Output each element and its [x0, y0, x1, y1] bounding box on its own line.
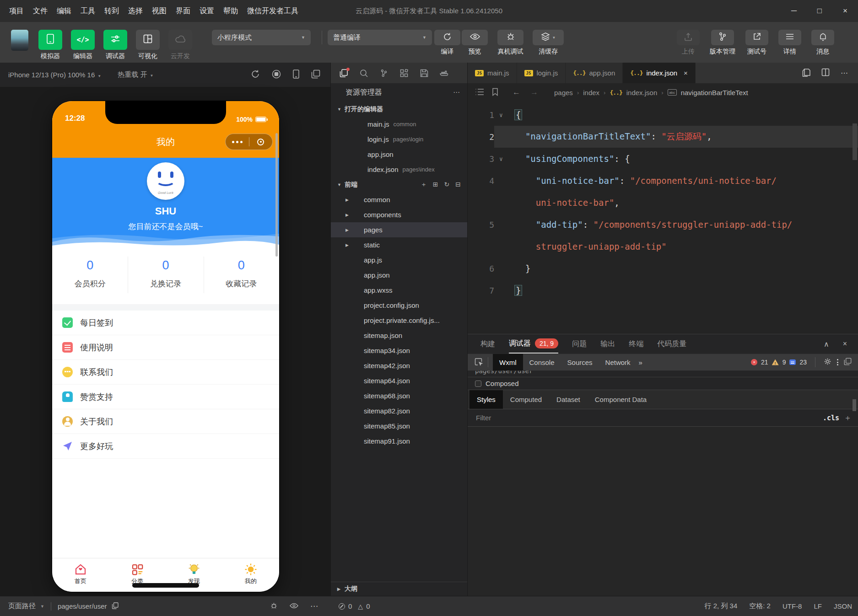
files-icon[interactable] — [339, 69, 348, 78]
table-row[interactable]: ▶ components — [331, 207, 467, 222]
menu-item[interactable]: 界面 — [171, 0, 195, 22]
menu-item[interactable]: 微信开发者工具 — [243, 0, 303, 22]
tab-debugger[interactable]: 调试器 21, 9 — [509, 334, 558, 354]
devtools-tab-wxml[interactable]: Wxml — [493, 354, 523, 370]
element-tree-clipped[interactable]: pages/user/user — [468, 371, 858, 377]
multi-window-icon[interactable] — [311, 70, 320, 80]
breadcrumb-segment[interactable]: index.json — [626, 89, 658, 96]
list-item[interactable]: 更多好玩 — [52, 434, 279, 459]
list-item[interactable]: 使用说明 — [52, 335, 279, 360]
stop-icon[interactable] — [272, 70, 281, 80]
outline-list-icon[interactable] — [475, 88, 484, 97]
tabbar-item[interactable]: 我的 — [222, 558, 279, 592]
table-row[interactable]: ▶ project.private.config.js... — [331, 313, 467, 328]
source-control-icon[interactable] — [379, 69, 389, 78]
list-item[interactable]: 联系我们 — [52, 360, 279, 385]
kebab-menu-icon[interactable] — [837, 359, 838, 365]
page-path-value[interactable]: pages/user/user — [58, 602, 107, 610]
details-button[interactable]: 详情 — [778, 30, 801, 56]
page-path-label[interactable]: 页面路径 — [8, 602, 36, 611]
list-item[interactable]: 赞赏支持 — [52, 385, 279, 409]
more-dots-icon[interactable] — [226, 141, 249, 143]
phone-scrollbar[interactable] — [275, 133, 278, 257]
table-row[interactable]: ▶ app.js — [331, 252, 467, 268]
back-icon[interactable]: ← — [513, 88, 520, 97]
simulator-toggle[interactable]: 模拟器 — [38, 30, 62, 60]
copy-icon[interactable] — [112, 602, 119, 611]
tab-component-data[interactable]: Component Data — [588, 390, 654, 409]
table-row[interactable]: ▶ sitemap34.json — [331, 343, 467, 358]
docker-whale-icon[interactable] — [440, 69, 449, 78]
table-row[interactable]: ▶ pages — [331, 222, 467, 237]
tab-login-js[interactable]: JS login.js — [517, 63, 566, 83]
reload-icon[interactable] — [251, 70, 260, 80]
more-tabs-icon[interactable]: » — [639, 359, 642, 366]
open-file-row[interactable]: main.js common — [331, 117, 467, 132]
code-line[interactable]: 6 } — [468, 257, 858, 279]
editor-toggle[interactable]: </> 编辑器 — [71, 30, 95, 60]
compile-mode-dropdown[interactable]: 普通编译▼ — [328, 30, 432, 45]
debugger-toggle[interactable]: 调试器 — [103, 30, 127, 60]
list-item[interactable]: 关于我们 — [52, 409, 279, 434]
open-editors-section[interactable]: ▼ 打开的编辑器 — [331, 102, 467, 117]
tab-terminal[interactable]: 终端 — [629, 334, 643, 354]
avatar[interactable]: Good Luck — [147, 162, 184, 200]
devtools-tab-console[interactable]: Console — [523, 354, 561, 370]
collapse-all-icon[interactable]: ⊟ — [455, 181, 461, 189]
save-icon[interactable] — [420, 69, 429, 78]
clear-cache-button[interactable]: ▼ 清缓存 — [533, 30, 564, 56]
device-selector[interactable]: iPhone 12/13 (Pro) 100% 16▼ — [8, 71, 101, 79]
problems-summary[interactable]: 0 △ 0 — [339, 596, 370, 616]
table-row[interactable]: ▶ common — [331, 192, 467, 207]
menu-item[interactable]: 工具 — [76, 0, 100, 22]
table-row[interactable]: ▶ project.config.json — [331, 298, 467, 313]
forward-icon[interactable]: → — [530, 88, 538, 97]
collapse-panel-icon[interactable]: ∧ — [824, 340, 829, 348]
outline-section[interactable]: ▶ 大纲 — [331, 582, 467, 596]
bookmark-icon[interactable] — [492, 88, 498, 97]
open-file-row[interactable]: login.js pages\login — [331, 132, 467, 147]
visualize-toggle[interactable]: 可视化 — [136, 30, 160, 60]
table-row[interactable]: ▶ sitemap91.json — [331, 434, 467, 449]
breadcrumb-segment[interactable]: pages — [554, 89, 573, 96]
tab-build[interactable]: 构建 — [480, 334, 495, 354]
menu-item[interactable]: 转到 — [100, 0, 124, 22]
upload-button[interactable]: 上传 — [677, 30, 700, 56]
more-actions-icon[interactable]: ⋯ — [310, 601, 318, 611]
stat-exchange[interactable]: 0 兑换记录 — [128, 249, 203, 304]
tab-problems[interactable]: 问题 — [572, 334, 587, 354]
editor-scrollbar[interactable] — [853, 123, 857, 160]
filter-input[interactable]: Filter — [476, 414, 491, 422]
close-target-icon[interactable] — [249, 139, 273, 145]
version-control-button[interactable]: 版本管理 — [710, 30, 735, 56]
devtools-tab-network[interactable]: Network — [599, 354, 637, 370]
search-icon[interactable] — [359, 69, 368, 78]
table-row[interactable]: ▶ sitemap82.json — [331, 403, 467, 418]
table-row[interactable]: ▶ sitemap42.json — [331, 358, 467, 373]
table-row[interactable]: ▶ sitemap64.json — [331, 373, 467, 388]
table-row[interactable]: ▶ app.wxss — [331, 283, 467, 298]
encoding[interactable]: UTF-8 — [782, 602, 802, 610]
hot-reload-toggle[interactable]: 热重载 开▼ — [118, 70, 153, 79]
device-debug-button[interactable]: 真机调试 — [497, 30, 523, 56]
device-frame-icon[interactable] — [293, 70, 299, 80]
refresh-icon[interactable]: ↻ — [444, 181, 450, 189]
menu-item[interactable]: 视图 — [147, 0, 171, 22]
menu-item[interactable]: 设置 — [195, 0, 219, 22]
breadcrumb-segment[interactable]: navigationBarTitleText — [681, 89, 748, 96]
close-panel-icon[interactable]: × — [843, 340, 847, 348]
menu-item[interactable]: 文件 — [28, 0, 52, 22]
tab-main-js[interactable]: JS main.js — [468, 63, 517, 83]
maximize-button[interactable]: □ — [807, 0, 832, 22]
user-avatar[interactable] — [11, 30, 28, 51]
gear-icon[interactable] — [824, 358, 831, 367]
open-preview-icon[interactable] — [802, 68, 810, 79]
menu-item[interactable]: 项目 — [5, 0, 28, 22]
tab-code-quality[interactable]: 代码质量 — [657, 334, 686, 354]
breadcrumb-segment[interactable]: index — [583, 89, 599, 96]
close-button[interactable]: × — [832, 0, 858, 22]
close-tab-icon[interactable]: × — [684, 69, 688, 77]
code-line[interactable]: 1∨{ — [468, 104, 858, 126]
watch-eye-icon[interactable] — [290, 602, 298, 610]
tab-output[interactable]: 输出 — [600, 334, 615, 354]
